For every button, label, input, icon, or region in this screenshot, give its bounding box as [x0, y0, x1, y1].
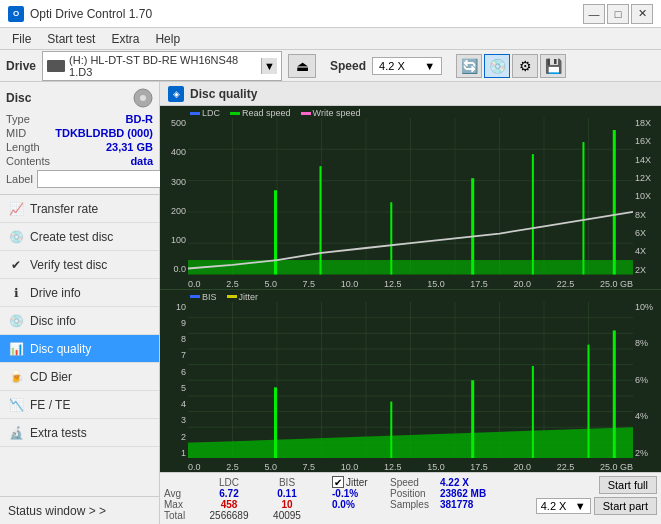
chart2-legend: BIS Jitter	[190, 292, 258, 302]
total-bis: 40095	[258, 510, 316, 521]
samples-label: Samples	[390, 499, 440, 510]
menu-help[interactable]: Help	[147, 30, 188, 48]
sidebar-item-verify-test-disc[interactable]: ✔ Verify test disc	[0, 251, 159, 279]
chart1-x-axis: 0.0 2.5 5.0 7.5 10.0 12.5 15.0 17.5 20.0…	[188, 279, 633, 289]
start-part-button[interactable]: Start part	[594, 497, 657, 515]
svg-rect-44	[274, 387, 277, 458]
speed-header: Speed	[390, 477, 440, 488]
menu-extra[interactable]: Extra	[103, 30, 147, 48]
sidebar-item-extra-tests[interactable]: 🔬 Extra tests	[0, 419, 159, 447]
y1r-10x: 10X	[633, 191, 661, 201]
y1r-12x: 12X	[633, 173, 661, 183]
sidebar-item-transfer-rate[interactable]: 📈 Transfer rate	[0, 195, 159, 223]
title-bar: O Opti Drive Control 1.70 — □ ✕	[0, 0, 661, 28]
disc-label-input[interactable]	[37, 170, 170, 188]
y2r-8pct: 8%	[633, 338, 661, 348]
toolbar-refresh-icon[interactable]: 🔄	[456, 54, 482, 78]
max-ldc: 458	[200, 499, 258, 510]
svg-rect-20	[471, 178, 474, 274]
transfer-rate-icon: 📈	[8, 201, 24, 217]
content-header: ◈ Disc quality	[160, 82, 661, 106]
y1r-18x: 18X	[633, 118, 661, 128]
sidebar-item-cd-bier[interactable]: 🍺 CD Bier	[0, 363, 159, 391]
legend-write-speed: Write speed	[301, 108, 361, 118]
minimize-button[interactable]: —	[583, 4, 605, 24]
x2-12.5: 12.5	[384, 462, 402, 472]
y2-7: 7	[160, 350, 188, 360]
speed-selector[interactable]: 4.2 X ▼	[372, 57, 442, 75]
disc-length-value: 23,31 GB	[106, 141, 153, 153]
drive-label: Drive	[6, 59, 36, 73]
disc-label-row: Label 🔍	[6, 168, 153, 188]
total-label: Total	[164, 510, 200, 521]
drive-icon	[47, 60, 65, 72]
sidebar-item-drive-info[interactable]: ℹ Drive info	[0, 279, 159, 307]
x1-2.5: 2.5	[226, 279, 239, 289]
x2-15: 15.0	[427, 462, 445, 472]
legend-bis: BIS	[190, 292, 217, 302]
window-controls: — □ ✕	[583, 4, 653, 24]
chart1-legend: LDC Read speed Write speed	[190, 108, 360, 118]
sidebar-drive-info-label: Drive info	[30, 286, 81, 300]
y2-6: 6	[160, 367, 188, 377]
speed-dropdown[interactable]: 4.2 X ▼	[536, 498, 591, 514]
maximize-button[interactable]: □	[607, 4, 629, 24]
sidebar-item-disc-quality[interactable]: 📊 Disc quality	[0, 335, 159, 363]
disc-mid-value: TDKBLDRBD (000)	[55, 127, 153, 139]
x2-22.5: 22.5	[557, 462, 575, 472]
disc-header: Disc	[6, 88, 153, 108]
eject-button[interactable]: ⏏	[288, 54, 316, 78]
disc-info-icon: 💿	[8, 313, 24, 329]
drive-selector[interactable]: (H:) HL-DT-ST BD-RE WH16NS48 1.D3 ▼	[42, 51, 282, 81]
disc-type-value: BD-R	[126, 113, 154, 125]
y2-4: 4	[160, 399, 188, 409]
svg-rect-45	[390, 401, 392, 458]
stats-total-row: Total 2566689 40095	[164, 510, 486, 521]
status-window-button[interactable]: Status window > >	[0, 496, 159, 524]
disc-section: Disc Type BD-R MID TDKBLDRBD (000) Lengt…	[0, 82, 159, 195]
toolbar-disc-icon[interactable]: 💿	[484, 54, 510, 78]
start-part-row: 4.2 X ▼ Start part	[536, 497, 657, 515]
start-full-button[interactable]: Start full	[599, 476, 657, 494]
svg-rect-47	[532, 366, 534, 458]
extra-tests-icon: 🔬	[8, 425, 24, 441]
legend-jitter: Jitter	[227, 292, 259, 302]
disc-contents-row: Contents data	[6, 154, 153, 168]
disc-contents-value: data	[130, 155, 153, 167]
y1r-4x: 4X	[633, 246, 661, 256]
x1-7.5: 7.5	[303, 279, 316, 289]
drive-dropdown-icon[interactable]: ▼	[261, 58, 277, 74]
svg-point-1	[140, 95, 146, 101]
sidebar-item-fe-te[interactable]: 📉 FE / TE	[0, 391, 159, 419]
toolbar-settings-icon[interactable]: ⚙	[512, 54, 538, 78]
create-test-disc-icon: 💿	[8, 229, 24, 245]
verify-test-disc-icon: ✔	[8, 257, 24, 273]
x1-22.5: 22.5	[557, 279, 575, 289]
legend-write-color	[301, 112, 311, 115]
y1r-8x: 8X	[633, 210, 661, 220]
sidebar-item-create-test-disc[interactable]: 💿 Create test disc	[0, 223, 159, 251]
speed-value: 4.2 X	[379, 60, 405, 72]
close-button[interactable]: ✕	[631, 4, 653, 24]
sidebar-extra-tests-label: Extra tests	[30, 426, 87, 440]
toolbar-save-icon[interactable]: 💾	[540, 54, 566, 78]
chart2-x-axis: 0.0 2.5 5.0 7.5 10.0 12.5 15.0 17.5 20.0…	[188, 462, 633, 472]
charts-area: LDC Read speed Write speed 500 400 300 2…	[160, 106, 661, 472]
y1r-14x: 14X	[633, 155, 661, 165]
svg-rect-21	[532, 154, 534, 274]
avg-label: Avg	[164, 488, 200, 499]
y2-9: 9	[160, 318, 188, 328]
menu-file[interactable]: File	[4, 30, 39, 48]
stats-max-row: Max 458 10 0.0% Samples 381778	[164, 499, 486, 510]
x1-20: 20.0	[514, 279, 532, 289]
disc-length-label: Length	[6, 141, 40, 153]
y2-1: 1	[160, 448, 188, 458]
sidebar-item-disc-info[interactable]: 💿 Disc info	[0, 307, 159, 335]
y1r-6x: 6X	[633, 228, 661, 238]
main-layout: Disc Type BD-R MID TDKBLDRBD (000) Lengt…	[0, 82, 661, 524]
drive-info-icon: ℹ	[8, 285, 24, 301]
menu-start-test[interactable]: Start test	[39, 30, 103, 48]
jitter-checkbox[interactable]: ✔	[332, 476, 344, 488]
avg-ldc: 6.72	[200, 488, 258, 499]
svg-rect-19	[390, 202, 392, 274]
